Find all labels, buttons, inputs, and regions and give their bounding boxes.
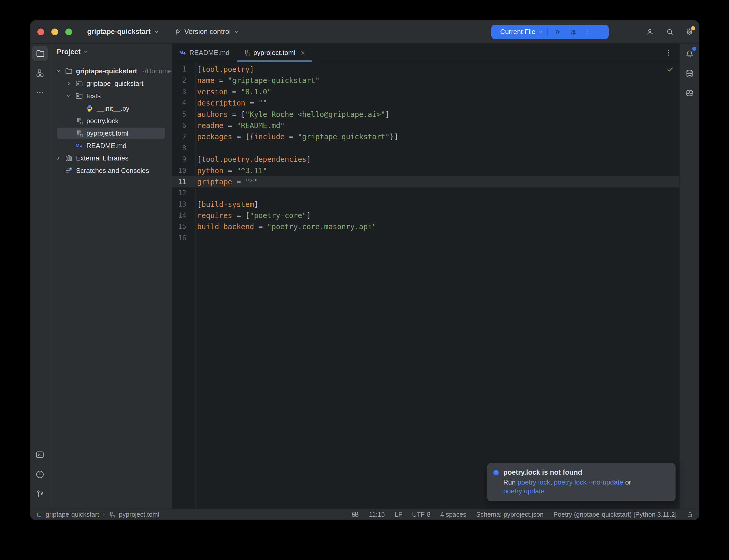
main-area: Project griptape-quickstart~/Documegript… bbox=[30, 44, 699, 509]
tab-options-button[interactable] bbox=[664, 49, 673, 57]
project-switcher[interactable]: griptape-quickstart bbox=[87, 28, 159, 36]
tree-item-griptape-quickstart[interactable]: griptape-quickstart~/Docume bbox=[50, 65, 172, 77]
tree-item-readme-md[interactable]: MREADME.md bbox=[50, 139, 172, 152]
status-item-4-spaces[interactable]: 4 spaces bbox=[440, 511, 466, 518]
more-tool-windows-tool-button[interactable] bbox=[32, 85, 48, 101]
inspections-ok-icon[interactable] bbox=[667, 66, 674, 73]
line-number: 12 bbox=[172, 187, 196, 199]
code-line-14[interactable]: 14requires = ["poetry-core"] bbox=[172, 210, 679, 221]
run-configuration-selector[interactable]: Current File bbox=[500, 28, 536, 36]
debug-button[interactable] bbox=[569, 28, 578, 36]
code-line-10[interactable]: 10python = "^3.11" bbox=[172, 165, 679, 176]
tree-item-label: pyproject.toml bbox=[86, 129, 128, 137]
code-line-15[interactable]: 15build-backend = "poetry.core.masonry.a… bbox=[172, 221, 679, 232]
tree-item-tests[interactable]: tests bbox=[50, 90, 172, 102]
tab-readme-md[interactable]: MREADME.md bbox=[172, 44, 236, 62]
database-tool-button[interactable] bbox=[682, 66, 697, 81]
toml-file-icon: [T] bbox=[75, 117, 83, 125]
tree-item-init-py[interactable]: __init__.py bbox=[50, 102, 172, 115]
line-content: authors = ["Kyle Roche <hello@griptape.a… bbox=[196, 109, 390, 120]
ai-assistant-tool-button[interactable] bbox=[682, 86, 697, 101]
toml-file-icon: [T] bbox=[108, 511, 115, 518]
code-line-12[interactable]: 12 bbox=[172, 187, 679, 199]
chevron-down-icon[interactable] bbox=[538, 29, 544, 35]
run-more-options-button[interactable] bbox=[584, 28, 592, 36]
line-number: 10 bbox=[172, 165, 196, 176]
code-line-13[interactable]: 13[build-system] bbox=[172, 199, 679, 210]
code-line-8[interactable]: 8 bbox=[172, 143, 679, 154]
status-widgets: 11:15LFUTF-84 spacesSchema: pyproject.js… bbox=[351, 510, 693, 519]
tree-item-griptape-quickstart[interactable]: griptape_quickstart bbox=[50, 77, 172, 90]
code-line-4[interactable]: 4description = "" bbox=[172, 97, 679, 109]
problems-tool-button[interactable] bbox=[32, 467, 48, 482]
source-folder-icon bbox=[75, 79, 83, 88]
notification-link-poetry-lock-no-update[interactable]: poetry lock --no-update bbox=[554, 478, 623, 486]
info-icon bbox=[493, 470, 499, 476]
editor[interactable]: 1[tool.poetry]2name = "griptape-quicksta… bbox=[172, 62, 679, 509]
line-number: 3 bbox=[172, 86, 196, 97]
chevron-down-icon[interactable] bbox=[66, 93, 75, 99]
tree-item-label: poetry.lock bbox=[86, 117, 119, 125]
svg-text:M: M bbox=[75, 143, 80, 148]
chevron-right-icon[interactable] bbox=[55, 155, 65, 162]
tree-item-scratches-and-consoles[interactable]: Scratches and Consoles bbox=[50, 164, 172, 177]
close-tab-icon[interactable] bbox=[299, 50, 306, 56]
run-button[interactable] bbox=[554, 28, 562, 36]
line-number: 2 bbox=[172, 75, 196, 86]
status-item-utf-8[interactable]: UTF-8 bbox=[412, 511, 431, 518]
minimize-window-button[interactable] bbox=[51, 29, 58, 35]
code-line-2[interactable]: 2name = "griptape-quickstart" bbox=[172, 75, 679, 86]
code-line-6[interactable]: 6readme = "README.md" bbox=[172, 120, 679, 131]
svg-text:M: M bbox=[179, 50, 183, 55]
breadcrumb-file[interactable]: pyproject.toml bbox=[119, 511, 159, 518]
close-window-button[interactable] bbox=[37, 29, 44, 35]
code-line-9[interactable]: 9[tool.poetry.dependencies] bbox=[172, 154, 679, 165]
line-content bbox=[196, 233, 197, 244]
status-item-schema-pyproject-json[interactable]: Schema: pyproject.json bbox=[476, 511, 544, 518]
status-item-poetry-griptape-quickstart-python-3-11-2[interactable]: Poetry (griptape-quickstart) [Python 3.1… bbox=[553, 511, 677, 518]
line-content bbox=[196, 187, 197, 199]
settings-button[interactable] bbox=[684, 27, 695, 37]
line-content: build-backend = "poetry.core.masonry.api… bbox=[196, 221, 377, 232]
terminal-tool-button[interactable] bbox=[32, 447, 48, 463]
tab-pyproject-toml[interactable]: [T]pyproject.toml bbox=[236, 44, 313, 62]
code-with-me-button[interactable] bbox=[645, 27, 655, 37]
chevron-right-icon[interactable] bbox=[66, 80, 75, 87]
code-line-7[interactable]: 7packages = [{include = "griptape_quicks… bbox=[172, 131, 679, 142]
unlock-icon[interactable] bbox=[686, 511, 693, 518]
status-item-11-15[interactable]: 11:15 bbox=[369, 511, 385, 518]
code-line-16[interactable]: 16 bbox=[172, 233, 679, 244]
project-panel-header[interactable]: Project bbox=[50, 44, 172, 60]
line-number: 15 bbox=[172, 221, 196, 232]
code-line-5[interactable]: 5authors = ["Kyle Roche <hello@griptape.… bbox=[172, 109, 679, 120]
status-item-lf[interactable]: LF bbox=[395, 511, 402, 518]
settings-update-badge bbox=[691, 26, 695, 30]
maximize-window-button[interactable] bbox=[65, 29, 72, 35]
tree-item-pyproject-toml[interactable]: [T]pyproject.toml bbox=[50, 127, 172, 139]
tree-item-label: Scratches and Consoles bbox=[76, 167, 149, 175]
tree-item-external-libraries[interactable]: External Libraries bbox=[50, 152, 172, 164]
project-switcher-label: griptape-quickstart bbox=[87, 28, 151, 36]
line-content: description = "" bbox=[196, 97, 267, 109]
line-content bbox=[196, 143, 197, 154]
tree-item-poetry-lock[interactable]: [T]poetry.lock bbox=[50, 115, 172, 127]
notifications-bell-icon bbox=[685, 49, 694, 59]
code-line-11[interactable]: 11griptape = "*" bbox=[172, 176, 679, 187]
notification-link-poetry-update[interactable]: poetry update bbox=[503, 487, 545, 495]
code-line-3[interactable]: 3version = "0.1.0" bbox=[172, 86, 679, 97]
line-content: [tool.poetry] bbox=[196, 64, 254, 75]
code-line-1[interactable]: 1[tool.poetry] bbox=[172, 64, 679, 75]
structure-tool-button[interactable] bbox=[32, 65, 48, 81]
project-folder-tool-button[interactable] bbox=[32, 46, 48, 61]
ai-assistant-status-icon[interactable] bbox=[351, 510, 359, 519]
search-everywhere-button[interactable] bbox=[665, 27, 675, 37]
vcs-widget[interactable]: Version control bbox=[174, 28, 240, 36]
notifications-bell-tool-button[interactable] bbox=[682, 46, 697, 62]
notification-title: poetry.lock is not found bbox=[503, 468, 631, 477]
notification-link-poetry-lock[interactable]: poetry lock bbox=[518, 478, 550, 486]
line-number: 14 bbox=[172, 210, 196, 221]
line-number: 16 bbox=[172, 233, 196, 244]
breadcrumb-project[interactable]: griptape-quickstart bbox=[46, 511, 99, 518]
git-branch-tool-button[interactable] bbox=[32, 486, 48, 502]
chevron-down-icon[interactable] bbox=[55, 68, 65, 74]
